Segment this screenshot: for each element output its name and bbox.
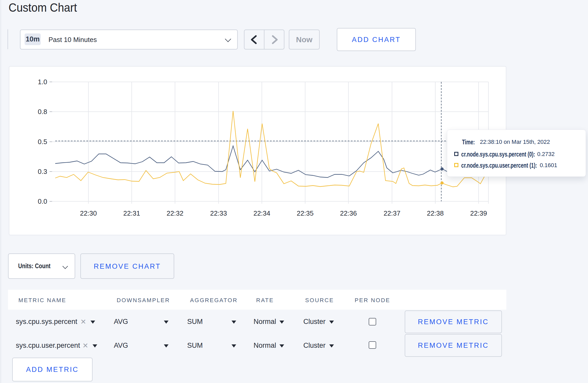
svg-text:22:34: 22:34 bbox=[253, 209, 270, 217]
svg-text:22:33: 22:33 bbox=[210, 209, 227, 217]
svg-text:22:30: 22:30 bbox=[80, 209, 97, 217]
svg-text:0.8: 0.8 bbox=[38, 108, 47, 116]
svg-text:0.0: 0.0 bbox=[38, 197, 47, 205]
svg-text:22:39: 22:39 bbox=[470, 209, 487, 217]
svg-text:22:37: 22:37 bbox=[383, 209, 400, 217]
svg-text:22:36: 22:36 bbox=[340, 209, 357, 217]
svg-text:1.0: 1.0 bbox=[38, 78, 47, 86]
svg-text:22:31: 22:31 bbox=[123, 209, 140, 217]
svg-text:0.3: 0.3 bbox=[38, 168, 47, 175]
svg-text:22:38: 22:38 bbox=[427, 209, 444, 217]
svg-text:22:35: 22:35 bbox=[297, 209, 313, 217]
svg-text:0.5: 0.5 bbox=[38, 138, 47, 146]
svg-text:22:32: 22:32 bbox=[166, 209, 183, 217]
